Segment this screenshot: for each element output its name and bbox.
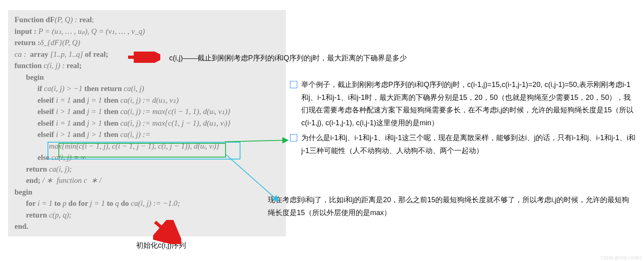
code-line: begin	[14, 72, 280, 83]
notes-panel: 举个例子，截止到刚刚考虑P序列的i和Q序列的j时，c(i-1,j)=15,c(i…	[290, 79, 636, 160]
code-line: elseif i = 1 and j = 1 then ca(i, j) := …	[14, 95, 280, 106]
code-line: elseif i = 1 and j > 1 then ca(i, j) := …	[14, 118, 280, 129]
svg-line-3	[226, 154, 278, 201]
note-item: 为什么是i-1和j、i-1和j-1、i和j-1这三个呢，现在是离散采样，能够到达…	[290, 132, 636, 157]
annotation-bottom: 现在考虑到i和j了，比如i和j的距离是20，那么之前15的最短狗绳长度就不够了，…	[268, 194, 630, 219]
svg-line-2	[225, 140, 287, 142]
arrow-green-icon	[225, 137, 291, 145]
note-text: 为什么是i-1和j、i-1和j-1、i和j-1这三个呢，现在是离散采样，能够到达…	[301, 132, 636, 157]
arrow-cyan-icon	[226, 152, 282, 205]
code-line: if ca(i, j) > −1 then return ca(i, j)	[14, 83, 280, 95]
code-line: elseif i > 1 and j = 1 then ca(i, j) := …	[14, 106, 280, 118]
code-line: Function dF(P, Q) : real;	[14, 14, 280, 26]
note-text: 举个例子，截止到刚刚考虑P序列的i和Q序列的j时，c(i-1,j)=15,c(i…	[301, 79, 636, 129]
annotation-top: c(i,j)——截止到刚刚考虑P序列的i和Q序列的j时，最大距离的下确界是多少	[169, 53, 407, 63]
code-line: return :δ_{dF}(P, Q)	[14, 37, 280, 49]
checkbox-icon	[290, 81, 297, 88]
note-item: 举个例子，截止到刚刚考虑P序列的i和Q序列的j时，c(i-1,j)=15,c(i…	[290, 79, 636, 129]
code-line: input : P = (u₁, … , uₚ), Q = (v₁, … , v…	[14, 26, 280, 37]
watermark: CSDN @UQI-LIUWJ	[601, 255, 642, 260]
arrow-red-icon	[153, 220, 181, 244]
code-line: return c(p, q);	[14, 209, 280, 221]
arrow-red-icon	[128, 52, 160, 63]
svg-line-1	[155, 222, 175, 239]
code-line: end.	[14, 221, 280, 232]
